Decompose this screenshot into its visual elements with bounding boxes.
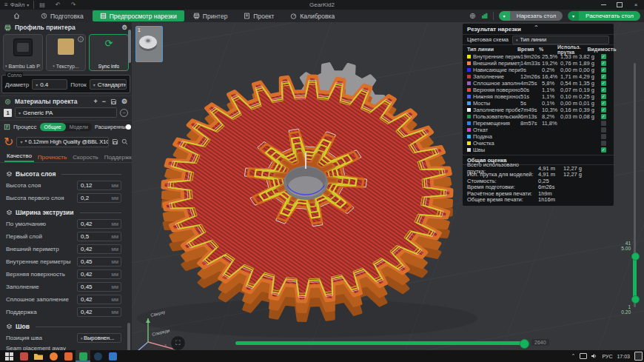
printer-settings-gear-icon[interactable]: ⚙ [121,24,127,31]
tray-expand-icon[interactable]: ⌃ [571,353,576,359]
tab-project[interactable]: Проект [236,10,281,21]
home-tab[interactable] [1,10,32,21]
slicer-app-active[interactable] [76,350,90,362]
new-project-icon[interactable]: ▤ [34,1,50,8]
setting-input[interactable]: 0,42мм [77,295,121,304]
visibility-checkbox[interactable]: ✓ [601,61,606,66]
setting-input[interactable]: 0,12мм [77,181,121,190]
visibility-checkbox[interactable]: ✓ [601,67,606,73]
modified-preset-icon[interactable]: ↻ [4,135,13,149]
visibility-checkbox[interactable] [601,134,606,139]
visibility-checkbox[interactable]: ✓ [601,94,606,99]
visibility-checkbox[interactable]: ✓ [601,101,606,106]
line-type-color [467,88,471,92]
setting-select[interactable]: ▾ Выровнен... [77,333,121,343]
visibility-checkbox[interactable] [601,127,606,133]
settings-tab-поддержка[interactable]: Поддержка [102,154,133,162]
settings-tab-прочность[interactable]: Прочность [36,154,69,162]
visibility-checkbox[interactable] [601,121,606,126]
plate-thumbnail[interactable]: 1 [135,26,163,62]
setting-input[interactable]: 0,42мм [77,219,121,229]
process-mode-global[interactable]: Общие [40,123,66,131]
visibility-checkbox[interactable]: ✓ [601,107,606,113]
sidebar-scrollbar[interactable] [128,30,131,63]
process-preset-select[interactable]: ▾* 0.12mm High Quality @BBL X1C [16,137,109,147]
minimize-button[interactable] [595,0,611,10]
visibility-checkbox[interactable] [601,141,606,146]
slice-plate-stats-icon[interactable] [481,13,488,19]
3d-viewport[interactable]: СверхуСпередиx 1 Результат нарезки ⌃ Цве… [132,22,644,350]
slice-dropdown-icon[interactable]: ▾ [499,11,510,21]
save-filaments-icon[interactable] [110,98,117,105]
tab-prepare[interactable]: Подготовка [33,10,91,21]
color-scheme-select[interactable]: ▾ Тип линии [512,36,609,44]
tab-printer[interactable]: Принтер [186,10,235,21]
sync-info-button[interactable]: ⟳ Sync info [89,34,129,71]
setting-input[interactable]: 0,42мм [77,244,121,254]
redo-icon[interactable]: ↷ [66,1,81,8]
setting-input[interactable]: 0,42мм [77,269,121,279]
search-settings-icon[interactable] [121,138,128,145]
print-dropdown-icon[interactable]: ▾ [568,11,579,21]
move-slider-track[interactable] [235,341,526,345]
flow-select[interactable]: ▾Стандартный [90,79,127,90]
process-mode-objects[interactable]: Модели [66,124,92,130]
app-navy[interactable] [90,350,105,362]
visibility-checkbox[interactable]: ✓ [601,74,606,79]
file-menu[interactable]: ≡ Файл ▾ [0,0,33,10]
layer-slider-bottom-handle[interactable] [631,295,640,304]
info-icon[interactable]: i [78,36,84,42]
close-button[interactable]: × [628,0,644,10]
visibility-checkbox[interactable]: ✓ [601,87,606,93]
volume-icon[interactable] [591,353,597,359]
explorer-app[interactable] [31,350,46,362]
setting-row: Внешний периметр0,42мм [6,243,121,255]
filament-settings-gear-icon[interactable]: ⚙ [121,98,127,105]
start-button[interactable] [1,350,16,362]
save-preset-icon[interactable] [112,138,118,145]
layer-slider-range[interactable] [633,255,637,298]
nozzle-group: Сопло Диаметр ▾0.4 Поток ▾Стандартный [1,75,130,93]
setting-input[interactable]: 0,5мм [77,232,121,241]
settings-tab-скорость[interactable]: Скорость [70,154,101,162]
app-orange[interactable] [61,350,76,362]
visibility-checkbox[interactable]: ✓ [601,81,606,86]
network-status-icon[interactable] [469,13,476,19]
tab-preview[interactable]: Предпросмотр нарезки [93,10,184,21]
firefox-app[interactable] [46,350,61,362]
filament-select[interactable]: ▾Generic PA [15,107,117,118]
diameter-select[interactable]: ▾0.4 [32,79,67,90]
settings-scrollbar[interactable] [127,323,130,350]
collapse-panel-icon[interactable]: ⌃ [534,24,539,31]
network-tray-icon[interactable] [580,353,587,359]
undo-icon[interactable]: ↶ [50,1,66,8]
visibility-checkbox[interactable]: ✓ [601,147,606,152]
remove-filament-icon[interactable]: − [102,98,106,105]
print-plate-button[interactable]: ▾ Распечатать стол [568,11,640,21]
maximize-button[interactable] [611,0,628,10]
clock[interactable]: 17:03 [617,354,630,359]
process-mode-switch[interactable]: Общие Модели [40,123,92,131]
setting-input[interactable]: 0,45мм [77,282,121,292]
slice-plate-button[interactable]: ▾ Нарезать стол [499,11,563,21]
setting-input[interactable]: 0,2мм [77,193,121,203]
visibility-checkbox[interactable]: ✓ [601,54,606,59]
notification-center-icon[interactable] [634,352,643,361]
tab-calibration[interactable]: Калибровка [283,10,342,21]
app-red[interactable] [16,350,31,362]
app-blue[interactable] [105,350,120,362]
visibility-checkbox[interactable]: ✓ [601,114,606,119]
add-filament-icon[interactable]: + [93,98,97,105]
language-indicator[interactable]: РУС [602,354,612,359]
layer-slider-top-handle[interactable] [631,252,640,261]
printer-select-card[interactable]: ▾Bambu Lab P1S [3,34,43,71]
gear-model[interactable] [137,64,477,338]
plate-settings-button[interactable]: ⛶ [170,335,186,350]
collapse-filament-icon[interactable]: − [120,109,128,117]
setting-input[interactable]: 0,42мм [77,307,121,317]
plate-type-card[interactable]: i ▾Текстур... [46,34,86,71]
filament-color-swatch[interactable]: 1 [4,109,12,117]
settings-tab-качество[interactable]: Качество [4,152,34,162]
move-slider-handle[interactable] [520,339,529,349]
setting-input[interactable]: 0,45мм [77,257,121,267]
